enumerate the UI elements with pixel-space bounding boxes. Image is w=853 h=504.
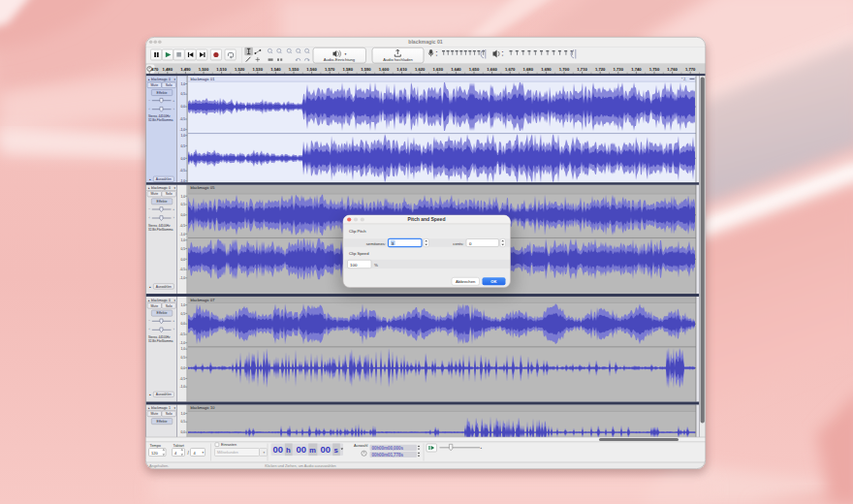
- svg-text:blackmagic 05: blackmagic 05: [191, 185, 215, 190]
- svg-text:0,5: 0,5: [181, 356, 186, 360]
- svg-text:1,510: 1,510: [216, 67, 227, 72]
- svg-text:−: −: [148, 99, 150, 103]
- svg-text:1,520: 1,520: [235, 67, 245, 72]
- svg-text:100: 100: [350, 263, 358, 268]
- svg-text:1,710: 1,710: [577, 67, 587, 72]
- svg-text:1,680: 1,680: [523, 67, 534, 72]
- svg-text:Solo: Solo: [166, 304, 173, 308]
- svg-text:-1,0: -1,0: [179, 233, 185, 236]
- svg-text:Audio hochladen: Audio hochladen: [383, 57, 413, 62]
- svg-text:,470: ,470: [150, 67, 159, 72]
- svg-text:1,630: 1,630: [433, 67, 444, 72]
- svg-text:-1,0: -1,0: [179, 385, 185, 389]
- svg-text:1,0: 1,0: [181, 303, 186, 307]
- svg-text:1,600: 1,600: [379, 67, 390, 72]
- svg-text:00h00m01,778s: 00h00m01,778s: [372, 453, 404, 457]
- svg-text:32-Bit-Fließkomma: 32-Bit-Fließkomma: [148, 118, 174, 122]
- svg-text:-1,0: -1,0: [179, 341, 185, 345]
- svg-text:blackmagic 0: blackmagic 0: [151, 78, 171, 81]
- svg-text:00: 00: [297, 444, 306, 455]
- svg-text:1,650: 1,650: [469, 67, 480, 72]
- svg-text:Abbrechen: Abbrechen: [456, 279, 476, 284]
- svg-text:cents:: cents:: [453, 241, 463, 246]
- svg-text:00: 00: [321, 444, 331, 455]
- svg-text:Auswählen: Auswählen: [156, 393, 172, 396]
- svg-text:-0,5: -0,5: [179, 117, 185, 121]
- svg-text:Einrasten: Einrasten: [221, 443, 237, 447]
- svg-text:Clip Pitch: Clip Pitch: [349, 229, 366, 234]
- svg-text:1,580: 1,580: [343, 67, 354, 72]
- svg-text:−: −: [148, 207, 150, 211]
- svg-text:1,550: 1,550: [289, 67, 300, 72]
- svg-text:1,760: 1,760: [667, 67, 678, 72]
- svg-text:Clip Speed: Clip Speed: [349, 251, 369, 256]
- svg-text:Taktart: Taktart: [174, 444, 185, 448]
- svg-text:1,660: 1,660: [487, 67, 497, 72]
- svg-text:1,640: 1,640: [451, 67, 461, 72]
- svg-text:1,0: 1,0: [181, 195, 186, 199]
- svg-text:1,750: 1,750: [649, 67, 660, 72]
- svg-text:blackmagic 07: blackmagic 07: [191, 298, 215, 302]
- svg-text:120: 120: [151, 451, 158, 456]
- svg-text:1,610: 1,610: [396, 67, 407, 72]
- svg-text:1,740: 1,740: [631, 67, 642, 72]
- svg-text:1,530: 1,530: [253, 67, 264, 72]
- svg-text:▾: ▾: [264, 451, 266, 455]
- svg-text:0,0: 0,0: [181, 105, 186, 109]
- svg-text:0,5: 0,5: [181, 312, 186, 316]
- svg-text:0,0: 0,0: [181, 213, 186, 217]
- svg-text:0,0: 0,0: [181, 366, 186, 370]
- svg-text:1,720: 1,720: [595, 67, 606, 72]
- svg-text:›: ›: [174, 108, 174, 111]
- svg-text:Effekte: Effekte: [157, 91, 168, 95]
- svg-text:0,0: 0,0: [181, 322, 186, 326]
- svg-text:semitones:: semitones:: [366, 241, 386, 246]
- svg-text:Solo: Solo: [166, 192, 173, 196]
- svg-text:-0,5: -0,5: [179, 377, 185, 381]
- svg-text:Mute: Mute: [151, 412, 159, 416]
- svg-text:1,730: 1,730: [614, 67, 624, 72]
- svg-text:0,5: 0,5: [181, 420, 186, 424]
- svg-text:1,0: 1,0: [181, 347, 186, 351]
- svg-text:-0,5: -0,5: [179, 268, 185, 271]
- svg-text:Millisekunden: Millisekunden: [217, 451, 238, 455]
- svg-text:00h00m00,000s: 00h00m00,000s: [372, 446, 404, 451]
- svg-text:1,0: 1,0: [181, 134, 186, 138]
- svg-text:+: +: [173, 99, 174, 103]
- svg-text:blackmagic 01: blackmagic 01: [408, 39, 443, 45]
- svg-text:Auswahl: Auswahl: [354, 444, 368, 448]
- svg-text:1,500: 1,500: [199, 67, 209, 72]
- svg-text:* 2,: * 2,: [681, 78, 686, 81]
- svg-text:0,0: 0,0: [181, 258, 186, 262]
- svg-text:blackmagic 0: blackmagic 0: [151, 299, 171, 302]
- svg-text:‹: ‹: [149, 328, 150, 331]
- svg-text:1,0: 1,0: [181, 82, 186, 86]
- svg-text:m: m: [309, 446, 316, 455]
- svg-text:1,690: 1,690: [541, 67, 552, 72]
- svg-text:Effekte: Effekte: [157, 420, 168, 424]
- svg-text:1,490: 1,490: [180, 67, 191, 72]
- svg-text:Tempo: Tempo: [150, 444, 161, 448]
- svg-text:▾: ▾: [345, 52, 347, 56]
- svg-text:blackmagic 10: blackmagic 10: [191, 405, 216, 410]
- svg-text:Auswählen: Auswählen: [156, 177, 172, 181]
- svg-text:-0,5: -0,5: [179, 169, 185, 173]
- svg-text:0,5: 0,5: [181, 144, 186, 148]
- svg-text:−: −: [148, 319, 150, 323]
- svg-text:‹: ‹: [149, 108, 150, 111]
- svg-text:-0,5: -0,5: [179, 224, 185, 228]
- svg-text:‹: ‹: [149, 216, 150, 220]
- svg-text:1,770: 1,770: [685, 67, 696, 72]
- svg-text:1,570: 1,570: [325, 67, 335, 72]
- svg-text:Mute: Mute: [151, 83, 159, 87]
- svg-text:1,590: 1,590: [361, 67, 371, 72]
- svg-text:Auswählen: Auswählen: [156, 285, 172, 289]
- svg-text:0,0: 0,0: [181, 157, 186, 161]
- svg-text:1,0: 1,0: [181, 238, 186, 242]
- svg-text:%: %: [374, 263, 378, 268]
- svg-text:1,0: 1,0: [181, 412, 186, 416]
- svg-text:32-Bit-Fließkomma: 32-Bit-Fließkomma: [148, 228, 174, 232]
- svg-text:blackmagic 0: blackmagic 0: [151, 186, 171, 190]
- svg-text:▾: ▾: [203, 451, 205, 455]
- svg-text:Angehalten.: Angehalten.: [149, 464, 169, 468]
